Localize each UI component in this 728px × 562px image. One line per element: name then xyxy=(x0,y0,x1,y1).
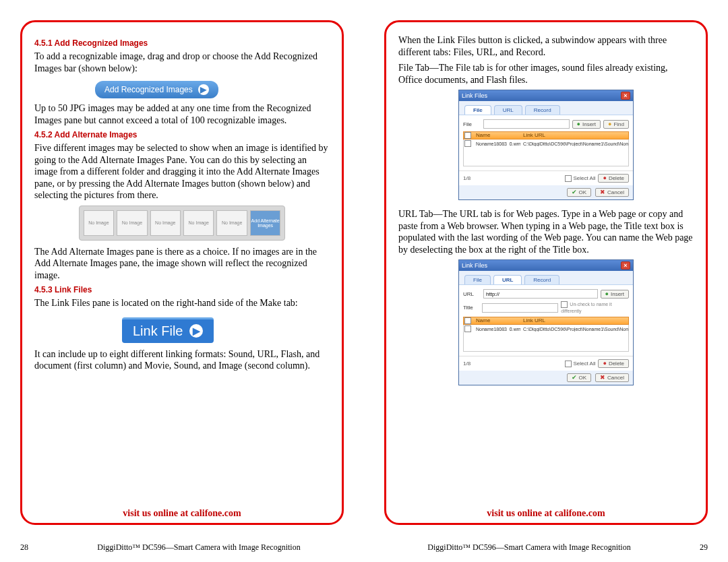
thumb-slot[interactable]: No Image xyxy=(84,210,114,236)
insert-button[interactable]: ●Insert xyxy=(572,120,601,129)
close-icon[interactable]: × xyxy=(621,92,630,100)
list-header: Name Link URL xyxy=(463,317,629,325)
visit-link[interactable]: visit us online at califone.com xyxy=(386,508,706,519)
cancel-button[interactable]: ✖Cancel xyxy=(595,373,629,382)
header-checkbox[interactable] xyxy=(464,132,471,139)
url-label: URL xyxy=(463,291,481,297)
list-header: Name Link URL xyxy=(463,131,629,139)
para-453b: It can include up to eight different lin… xyxy=(34,348,330,372)
row-checkbox[interactable] xyxy=(464,325,471,332)
ok-button[interactable]: ✔OK xyxy=(567,188,592,197)
arrow-right-icon: ▶ xyxy=(189,324,203,338)
dialog-title: Link Files xyxy=(462,262,487,269)
page-frame-left: 4.5.1 Add Recognized Images To add a rec… xyxy=(20,20,344,525)
para-451a: To add a recognizable image, drag and dr… xyxy=(34,51,330,74)
insert-button[interactable]: ●Insert xyxy=(601,290,629,299)
tab-url[interactable]: URL xyxy=(493,275,522,284)
heading-4-5-1: 4.5.1 Add Recognized Images xyxy=(34,38,330,48)
para-452b: The Add Alternate Images pane is there a… xyxy=(34,246,330,282)
para-453a: The Link Files pane is located on the ri… xyxy=(34,297,330,309)
page-frame-right: When the Link Files button is clicked, a… xyxy=(384,20,708,525)
thumb-slot[interactable]: No Image xyxy=(150,210,181,236)
heading-4-5-2: 4.5.2 Add Alternate Images xyxy=(34,130,330,139)
title-autoname-checkbox[interactable] xyxy=(561,301,568,308)
select-all-checkbox[interactable] xyxy=(565,361,572,367)
link-file-button[interactable]: Link File ▶ xyxy=(122,317,214,343)
tab-file[interactable]: File xyxy=(464,105,491,115)
thumb-slot[interactable]: No Image xyxy=(183,210,214,236)
row-checkbox[interactable] xyxy=(464,140,471,147)
url-input[interactable] xyxy=(483,289,598,299)
para-452a: Five different images may be selected to… xyxy=(34,142,330,201)
tab-url[interactable]: URL xyxy=(494,105,522,115)
tab-record[interactable]: Record xyxy=(524,275,559,284)
thumb-slot[interactable]: No Image xyxy=(117,210,147,236)
heading-4-5-3: 4.5.3 Link Files xyxy=(34,285,330,294)
select-all-checkbox[interactable] xyxy=(565,175,572,182)
para-r2: File Tab—The File tab is for other image… xyxy=(398,62,694,86)
link-file-label: Link File xyxy=(133,323,183,339)
link-files-dialog-url: Link Files × File URL Record URL ●Insert xyxy=(458,259,634,385)
list-item[interactable]: Noname18083_0.wma C:\DiggiDitto\DC596\Pr… xyxy=(464,139,628,148)
footer-product-left: DiggiDitto™ DC596—Smart Camera with Imag… xyxy=(54,542,344,553)
thumb-slot[interactable]: No Image xyxy=(216,210,247,236)
page-number-left: 28 xyxy=(20,542,54,553)
arrow-right-icon: ▶ xyxy=(198,84,209,95)
title-label: Title xyxy=(463,305,479,311)
file-label: File xyxy=(463,121,481,127)
close-icon[interactable]: × xyxy=(621,261,630,270)
dialog-title: Link Files xyxy=(462,92,487,99)
header-checkbox[interactable] xyxy=(464,317,471,324)
tab-record[interactable]: Record xyxy=(525,105,560,115)
ok-button[interactable]: ✔OK xyxy=(567,373,592,382)
count-label: 1/8 xyxy=(463,361,471,367)
alternate-images-strip: No Image No Image No Image No Image No I… xyxy=(79,206,286,241)
add-recognized-images-label: Add Recognized Images xyxy=(104,85,193,94)
para-r1: When the Link Files button is clicked, a… xyxy=(398,34,694,58)
tab-file[interactable]: File xyxy=(464,275,491,284)
file-input[interactable] xyxy=(483,119,570,129)
list-item[interactable]: Noname18083_0.wma C:\DiggiDitto\DC596\Pr… xyxy=(464,325,628,333)
title-input[interactable] xyxy=(482,303,558,313)
page-number-right: 29 xyxy=(674,542,708,553)
para-r3: URL Tab—The URL tab is for Web pages. Ty… xyxy=(398,208,694,255)
delete-button[interactable]: ●Delete xyxy=(598,174,629,183)
add-recognized-images-button[interactable]: Add Recognized Images ▶ xyxy=(95,81,218,98)
delete-button[interactable]: ●Delete xyxy=(598,359,629,368)
para-451b: Up to 50 JPG images may be added at any … xyxy=(34,102,330,126)
count-label: 1/8 xyxy=(463,175,471,181)
visit-link[interactable]: visit us online at califone.com xyxy=(22,508,342,519)
cancel-button[interactable]: ✖Cancel xyxy=(595,188,629,197)
add-alternate-images-button[interactable]: Add Alternate Images xyxy=(250,210,280,236)
link-files-dialog-file: Link Files × File URL Record File ●Inser… xyxy=(458,90,634,200)
find-button[interactable]: ●Find xyxy=(603,120,629,129)
footer-product-right: DiggiDitto™ DC596—Smart Camera with Imag… xyxy=(384,542,674,553)
